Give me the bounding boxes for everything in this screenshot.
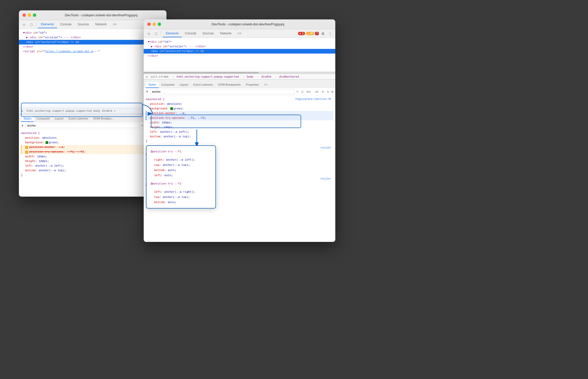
- prop-width-1: width: 100px;: [21, 154, 164, 159]
- tab-styles-1[interactable]: Styles: [21, 116, 34, 122]
- scrollbar-2[interactable]: [144, 72, 335, 74]
- separator-1: [36, 22, 36, 27]
- prop-position-2: position: absolute;: [146, 102, 333, 106]
- tab-layout-1[interactable]: Layout: [52, 116, 66, 122]
- css-close-2: }: [146, 139, 333, 144]
- elements-tree-2[interactable]: ▼<div id="cb"> ▶ <div id="scroller"> ···…: [144, 38, 335, 72]
- inspector-icon[interactable]: ⊹: [21, 21, 27, 28]
- tab-console-1[interactable]: Console: [57, 21, 75, 28]
- add-btn-2[interactable]: +: [321, 89, 325, 94]
- tab-elements-2[interactable]: Elements: [163, 30, 182, 37]
- clear-filter-2[interactable]: ✕: [296, 90, 299, 93]
- prop-position-anchor-1: ⚠position-anchor: --a;: [21, 145, 164, 150]
- device-icon-2[interactable]: □: [153, 31, 159, 37]
- tab-computed-2[interactable]: Computed: [159, 82, 177, 88]
- style-link-selector[interactable]: Pogyyyq?ano…iew=live:55: [295, 97, 333, 102]
- prop-position-try-1: ⚠position-try-options: --f1, --f2;: [21, 150, 164, 154]
- css-selector-1: #anchored {: [21, 131, 164, 136]
- tab-more-2[interactable]: >>: [235, 30, 244, 37]
- copy-icon-2[interactable]: ⊡: [327, 90, 329, 93]
- tab-dom-1[interactable]: DOM Breakpo...: [91, 116, 117, 122]
- filter-input-1[interactable]: [25, 123, 140, 128]
- panel-tabs-2: Styles Computed Layout Event Listeners D…: [144, 80, 335, 88]
- clear-filter-1[interactable]: ✕: [141, 124, 143, 127]
- tooltip-box: @position-try --f1 right: anchor(--a lef…: [146, 145, 216, 209]
- tab-styles-2[interactable]: Styles: [146, 82, 159, 88]
- breadcrumb-divanchored: div#anchored: [279, 75, 299, 78]
- tooltip-prop-1-3: bottom: auto;: [151, 168, 211, 173]
- maximize-button-1[interactable]: [33, 13, 36, 17]
- prop-background-2: background: green;: [146, 106, 333, 111]
- color-swatch-2: [170, 107, 173, 110]
- cls-btn-2[interactable]: .cls: [313, 90, 319, 94]
- close-button-2[interactable]: [147, 23, 151, 26]
- tab-event-2[interactable]: Event Listeners: [191, 82, 216, 88]
- filter-icon-2: ▼: [146, 90, 149, 93]
- prop-height-1: height: 100px;: [21, 159, 164, 164]
- tooltip-prop-1-4: left: auto;: [151, 173, 211, 178]
- style-link-2[interactable]: <style>: [320, 177, 333, 181]
- prop-left-2: left: anchor(--a left);: [146, 130, 333, 134]
- layers-icon-2[interactable]: ◫: [301, 90, 303, 93]
- menu-icon-2[interactable]: ⋮: [327, 31, 333, 37]
- breadcrumb-bar-2: ◄ sult-iframe › html.anchoring-support.p…: [144, 74, 335, 79]
- tree-line-21: ▼<div id="cb">: [144, 40, 335, 44]
- filter-input-2[interactable]: [150, 89, 295, 94]
- minimize-button-1[interactable]: [28, 13, 31, 17]
- tab-dom-2[interactable]: DOM Breakpoints: [216, 82, 243, 88]
- rule-header-2: #anchored { Pogyyyq?ano…iew=live:55: [146, 97, 333, 102]
- tab-console-2[interactable]: Console: [182, 30, 199, 37]
- tab-sources-1[interactable]: Sources: [75, 21, 92, 28]
- css-close-1: }: [21, 173, 164, 177]
- inspector-icon-2[interactable]: ⊹: [146, 31, 152, 37]
- tab-network-2[interactable]: Network: [217, 30, 235, 37]
- separator-2: [161, 31, 161, 36]
- tab-sources-2[interactable]: Sources: [199, 30, 217, 37]
- breadcrumb-body: body: [247, 75, 253, 78]
- minimize-button-2[interactable]: [153, 23, 156, 26]
- hov-btn-2[interactable]: :hov: [305, 90, 312, 94]
- titlebar-1: DevTools - codepen.io/web-dot-dev/live/P…: [19, 10, 166, 20]
- tooltip-prop-2-3: bottom: auto;: [151, 200, 211, 205]
- traffic-lights-2: [147, 23, 161, 26]
- badge-error-2: ✕ 1: [298, 32, 305, 35]
- warning-icon-2: ⚠: [25, 151, 28, 154]
- close-button-1[interactable]: [23, 13, 26, 17]
- warning-icon-1: ⚠: [25, 146, 28, 149]
- tab-event-1[interactable]: Event Listeners: [66, 116, 91, 122]
- prop-position-1: position: absolute;: [21, 136, 164, 140]
- filter-icon-1: ▼: [21, 124, 24, 127]
- expand-icon-2[interactable]: ⊞: [331, 90, 333, 93]
- back-btn-1[interactable]: ◄: [21, 109, 23, 113]
- tooltip-label-2: @position-try --f2: [151, 181, 211, 186]
- style-link-1[interactable]: <style>: [320, 146, 333, 150]
- maximize-button-2[interactable]: [158, 23, 161, 26]
- tab-network-1[interactable]: Network: [92, 21, 110, 28]
- tab-elements-1[interactable]: Elements: [38, 21, 57, 28]
- badge-info-2: 7: [315, 32, 319, 35]
- tab-props-2[interactable]: Properties: [243, 82, 261, 88]
- breadcrumb-sult: sult-iframe: [151, 75, 169, 78]
- tree-line-23: <div id="anchored"></div> == $0: [144, 49, 335, 54]
- tooltip-prop-2-2: top: anchor(--a top);: [151, 195, 211, 200]
- tab-more-1[interactable]: >>: [110, 21, 120, 28]
- prop-bottom-1: bottom: anchor(--a top);: [21, 168, 164, 173]
- tab-more-panel-2[interactable]: >>: [262, 82, 270, 88]
- back-btn-2[interactable]: ◄: [146, 75, 147, 78]
- window-title-2: DevTools - codepen.io/web-dot-dev/live/P…: [164, 22, 332, 26]
- prop-width-2: width: 100px;: [146, 120, 333, 125]
- tab-layout-2[interactable]: Layout: [177, 82, 191, 88]
- prop-position-try-2: position-try-options: --f1, --f2;: [146, 116, 333, 120]
- tab-computed-1[interactable]: Computed: [34, 116, 52, 122]
- titlebar-2: DevTools - codepen.io/web-dot-dev/live/P…: [144, 19, 335, 29]
- prop-height-2: height: 100px;: [146, 125, 333, 130]
- prop-bottom-2: bottom: anchor(--a top);: [146, 134, 333, 139]
- css-selector-2: #anchored {: [146, 97, 165, 102]
- toolbar-right-2: ✕ 1 ⚠ 46 7 ⚙ ⋮: [298, 31, 333, 37]
- toolbar-2: ⊹ □ Elements Console Sources Network >> …: [144, 29, 335, 38]
- prop-background-1: background: green;: [21, 140, 164, 145]
- gear-icon-2[interactable]: ⚙: [320, 31, 326, 37]
- tab-list-1: Elements Console Sources Network >>: [38, 21, 120, 28]
- device-icon[interactable]: □: [28, 21, 34, 28]
- filter-bar-2: ▼ ✕ ◫ :hov .cls + ⊡ ⊞: [144, 88, 335, 95]
